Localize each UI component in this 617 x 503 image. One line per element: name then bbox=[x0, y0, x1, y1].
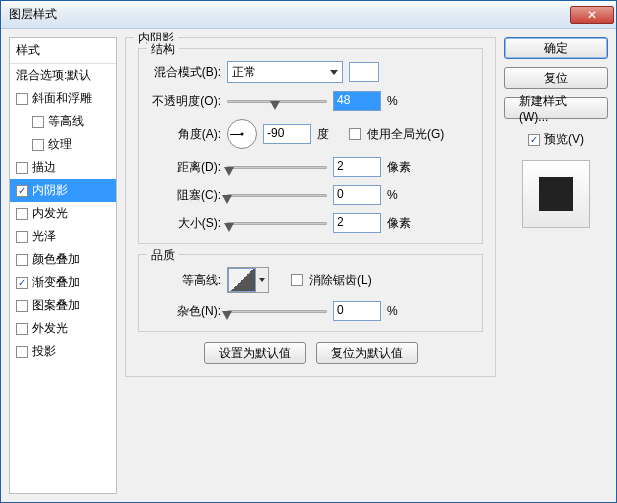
style-checkbox[interactable]: ✓ bbox=[16, 185, 28, 197]
styles-sidebar: 样式 混合选项:默认斜面和浮雕等高线纹理描边✓内阴影内发光光泽颜色叠加✓渐变叠加… bbox=[9, 37, 117, 494]
distance-row: 距离(D): 2 像素 bbox=[149, 157, 472, 177]
noise-unit: % bbox=[387, 304, 413, 318]
sidebar-item-6[interactable]: 内发光 bbox=[10, 202, 116, 225]
style-checkbox[interactable] bbox=[32, 139, 44, 151]
angle-unit: 度 bbox=[317, 126, 343, 143]
style-checkbox[interactable] bbox=[16, 323, 28, 335]
sidebar-item-8[interactable]: 颜色叠加 bbox=[10, 248, 116, 271]
preview-thumbnail bbox=[522, 160, 590, 228]
sidebar-item-12[interactable]: 投影 bbox=[10, 340, 116, 363]
cancel-button[interactable]: 复位 bbox=[504, 67, 608, 89]
global-light-label: 使用全局光(G) bbox=[367, 126, 444, 143]
choke-input[interactable]: 0 bbox=[333, 185, 381, 205]
sidebar-header: 样式 bbox=[10, 38, 116, 64]
sidebar-item-label: 混合选项:默认 bbox=[16, 67, 91, 84]
structure-group: 结构 混合模式(B): 正常 不透明度(O): 48 % bbox=[138, 48, 483, 244]
style-checkbox[interactable] bbox=[16, 208, 28, 220]
main-panel: 内阴影 结构 混合模式(B): 正常 不透明度(O): bbox=[125, 37, 496, 494]
sidebar-item-5[interactable]: ✓内阴影 bbox=[10, 179, 116, 202]
sidebar-item-11[interactable]: 外发光 bbox=[10, 317, 116, 340]
style-checkbox[interactable] bbox=[16, 162, 28, 174]
blend-mode-dropdown[interactable]: 正常 bbox=[227, 61, 343, 83]
sidebar-item-9[interactable]: ✓渐变叠加 bbox=[10, 271, 116, 294]
opacity-input[interactable]: 48 bbox=[333, 91, 381, 111]
sidebar-item-label: 投影 bbox=[32, 343, 56, 360]
angle-row: 角度(A): -90 度 使用全局光(G) bbox=[149, 119, 472, 149]
reset-default-button[interactable]: 复位为默认值 bbox=[316, 342, 418, 364]
sidebar-item-label: 颜色叠加 bbox=[32, 251, 80, 268]
choke-row: 阻塞(C): 0 % bbox=[149, 185, 472, 205]
blend-mode-value: 正常 bbox=[232, 64, 256, 81]
sidebar-item-2[interactable]: 等高线 bbox=[10, 110, 116, 133]
preview-checkbox[interactable]: ✓ bbox=[528, 134, 540, 146]
sidebar-item-3[interactable]: 纹理 bbox=[10, 133, 116, 156]
angle-label: 角度(A): bbox=[149, 126, 221, 143]
sidebar-item-label: 图案叠加 bbox=[32, 297, 80, 314]
anti-alias-checkbox[interactable] bbox=[291, 274, 303, 286]
opacity-label: 不透明度(O): bbox=[149, 93, 221, 110]
size-slider[interactable] bbox=[227, 214, 327, 232]
new-style-button[interactable]: 新建样式(W)... bbox=[504, 97, 608, 119]
angle-dial[interactable] bbox=[227, 119, 257, 149]
distance-label: 距离(D): bbox=[149, 159, 221, 176]
inner-shadow-fieldset: 内阴影 结构 混合模式(B): 正常 不透明度(O): bbox=[125, 37, 496, 377]
sidebar-item-label: 等高线 bbox=[48, 113, 84, 130]
contour-row: 等高线: 消除锯齿(L) bbox=[149, 267, 472, 293]
close-icon: ✕ bbox=[587, 8, 597, 22]
contour-swatch-icon bbox=[228, 268, 256, 292]
sidebar-item-1[interactable]: 斜面和浮雕 bbox=[10, 87, 116, 110]
sidebar-item-label: 描边 bbox=[32, 159, 56, 176]
size-label: 大小(S): bbox=[149, 215, 221, 232]
right-column: 确定 复位 新建样式(W)... ✓ 预览(V) bbox=[504, 37, 608, 494]
global-light-checkbox[interactable] bbox=[349, 128, 361, 140]
default-buttons-row: 设置为默认值 复位为默认值 bbox=[138, 342, 483, 364]
dialog-body: 样式 混合选项:默认斜面和浮雕等高线纹理描边✓内阴影内发光光泽颜色叠加✓渐变叠加… bbox=[1, 29, 616, 502]
preview-label: 预览(V) bbox=[544, 131, 584, 148]
noise-slider[interactable] bbox=[227, 302, 327, 320]
choke-slider[interactable] bbox=[227, 186, 327, 204]
preview-swatch bbox=[539, 177, 573, 211]
ok-button[interactable]: 确定 bbox=[504, 37, 608, 59]
sidebar-item-label: 内发光 bbox=[32, 205, 68, 222]
angle-input[interactable]: -90 bbox=[263, 124, 311, 144]
choke-label: 阻塞(C): bbox=[149, 187, 221, 204]
size-row: 大小(S): 2 像素 bbox=[149, 213, 472, 233]
contour-picker[interactable] bbox=[227, 267, 269, 293]
style-checkbox[interactable] bbox=[16, 300, 28, 312]
distance-slider[interactable] bbox=[227, 158, 327, 176]
style-checkbox[interactable] bbox=[16, 254, 28, 266]
opacity-slider[interactable] bbox=[227, 92, 327, 110]
noise-row: 杂色(N): 0 % bbox=[149, 301, 472, 321]
layer-style-dialog: 图层样式 ✕ 样式 混合选项:默认斜面和浮雕等高线纹理描边✓内阴影内发光光泽颜色… bbox=[0, 0, 617, 503]
sidebar-item-label: 纹理 bbox=[48, 136, 72, 153]
sidebar-item-10[interactable]: 图案叠加 bbox=[10, 294, 116, 317]
preview-toggle[interactable]: ✓ 预览(V) bbox=[504, 131, 608, 148]
style-checkbox[interactable] bbox=[32, 116, 44, 128]
make-default-button[interactable]: 设置为默认值 bbox=[204, 342, 306, 364]
style-checkbox[interactable] bbox=[16, 93, 28, 105]
blend-mode-row: 混合模式(B): 正常 bbox=[149, 61, 472, 83]
anti-alias-label: 消除锯齿(L) bbox=[309, 272, 372, 289]
contour-label: 等高线: bbox=[149, 272, 221, 289]
sidebar-item-label: 渐变叠加 bbox=[32, 274, 80, 291]
opacity-unit: % bbox=[387, 94, 413, 108]
sidebar-item-label: 斜面和浮雕 bbox=[32, 90, 92, 107]
size-input[interactable]: 2 bbox=[333, 213, 381, 233]
close-button[interactable]: ✕ bbox=[570, 6, 614, 24]
sidebar-item-0[interactable]: 混合选项:默认 bbox=[10, 64, 116, 87]
sidebar-item-label: 光泽 bbox=[32, 228, 56, 245]
noise-label: 杂色(N): bbox=[149, 303, 221, 320]
distance-input[interactable]: 2 bbox=[333, 157, 381, 177]
quality-legend: 品质 bbox=[147, 247, 179, 264]
size-unit: 像素 bbox=[387, 215, 413, 232]
sidebar-item-label: 外发光 bbox=[32, 320, 68, 337]
style-checkbox[interactable] bbox=[16, 346, 28, 358]
style-checkbox[interactable] bbox=[16, 231, 28, 243]
style-checkbox[interactable]: ✓ bbox=[16, 277, 28, 289]
noise-input[interactable]: 0 bbox=[333, 301, 381, 321]
shadow-color-swatch[interactable] bbox=[349, 62, 379, 82]
choke-unit: % bbox=[387, 188, 413, 202]
sidebar-item-4[interactable]: 描边 bbox=[10, 156, 116, 179]
sidebar-item-7[interactable]: 光泽 bbox=[10, 225, 116, 248]
structure-legend: 结构 bbox=[147, 41, 179, 58]
